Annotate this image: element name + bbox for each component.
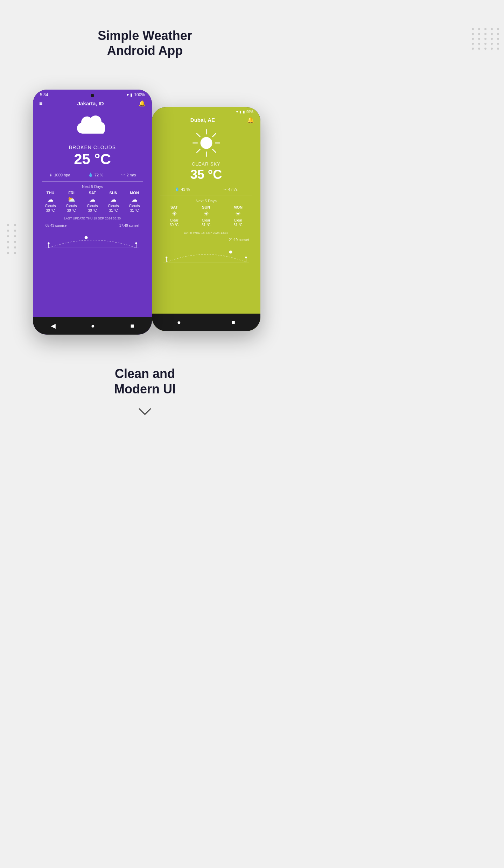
battery-percent-1: 100% xyxy=(134,92,145,97)
forecast2-day-sun: SUN xyxy=(202,205,210,209)
svg-point-17 xyxy=(166,257,167,258)
city-name-2: Dubai, AE xyxy=(190,117,215,123)
weather-temp-1: 25 °C xyxy=(74,151,111,168)
phone-1: 5:34 ▾ ▮ 100% ≡ Jakarta, ID 🔔 xyxy=(33,90,152,335)
droplet-icon-2: 💧 xyxy=(175,187,180,191)
divider-2 xyxy=(160,196,253,196)
forecast-temp-sun: 31 °C xyxy=(109,209,118,212)
sun-times-1: 05:43 sunrise 17:49 sunset xyxy=(42,222,143,254)
forecast-temp-fri: 30 °C xyxy=(67,209,76,212)
forecast-day-fri: FRI xyxy=(68,191,75,195)
forecast-temp-sat: 30 °C xyxy=(88,209,97,212)
forecast2-sun: SUN ☀ Clear 31 °C xyxy=(202,205,210,227)
next-days-label-1: Next 5 Days xyxy=(82,183,103,191)
forecast2-mon: MON ☀ Clear 31 °C xyxy=(233,205,243,227)
svg-point-6 xyxy=(200,137,212,149)
wind-value-1: 2 m/s xyxy=(126,173,136,177)
wind-icon-2: 〰 xyxy=(223,187,227,191)
forecast-day-sat: SAT xyxy=(89,191,96,195)
droplet-icon-1: 💧 xyxy=(88,173,93,177)
forecast-row-2: SAT ☀ Clear 30 °C SUN ☀ Clear 31 °C MON … xyxy=(155,205,258,230)
forecast2-temp-sat: 30 °C xyxy=(170,223,178,227)
chevron-down-icon[interactable] xyxy=(114,407,176,418)
svg-point-20 xyxy=(229,251,232,254)
forecast-temp-mon: 31 °C xyxy=(130,209,139,212)
forecast-day-thu: THU xyxy=(47,191,55,195)
forecast2-sat: SAT ☀ Clear 30 °C xyxy=(170,205,178,227)
svg-point-19 xyxy=(245,257,247,258)
top-nav-1: ≡ Jakarta, ID 🔔 xyxy=(33,99,152,110)
pressure-detail: 🌡 1009 hpa xyxy=(49,173,70,177)
page-title: Simple Weather Android App xyxy=(98,28,192,58)
forecast-temp-thu: 30 °C xyxy=(46,209,55,212)
bottom-nav-1: ◀ ● ■ xyxy=(33,317,152,335)
forecast2-icon-sun: ☀ xyxy=(203,210,209,218)
recent-button-1[interactable]: ■ xyxy=(130,322,134,330)
decorative-dots-mid-left xyxy=(7,224,18,254)
battery-percent-2: 99% xyxy=(246,110,253,114)
svg-point-2 xyxy=(48,243,49,244)
forecast-day-sun: SUN xyxy=(109,191,117,195)
wind-icon-1: 〰 xyxy=(121,173,125,177)
divider-1 xyxy=(42,181,143,182)
bottom-section: Clean and Modern UI xyxy=(107,359,183,425)
wind-detail-2: 〰 4 m/s xyxy=(223,187,238,191)
forecast-sun: SUN ☁ Clouds 31 °C xyxy=(108,191,119,212)
weather-details-2: 💧 43 % 〰 4 m/s xyxy=(155,184,258,194)
wind-value-2: 4 m/s xyxy=(228,187,238,191)
forecast-label-fri: Clouds xyxy=(66,204,77,208)
forecast-icon-sun: ☁ xyxy=(110,196,117,203)
sun-icon-2 xyxy=(191,128,221,159)
humidity-detail: 💧 72 % xyxy=(88,173,103,177)
weather-main-2: CLEAR SKY 35 °C 💧 43 % 〰 4 m/s Next 5 Da… xyxy=(152,126,260,268)
city-name-1: Jakarta, ID xyxy=(77,100,104,106)
forecast2-label-sun: Clear xyxy=(202,218,210,222)
sunset-time-1: 17:49 sunset xyxy=(119,224,139,227)
svg-line-14 xyxy=(197,149,200,153)
status-icons-2: ▾ ▮ ▮ 99% xyxy=(236,110,253,114)
notification-icon-2[interactable]: 🔔 xyxy=(247,117,254,123)
phone-2: ▾ ▮ ▮ 99% Dubai, AE 🔔 xyxy=(152,107,260,331)
wifi-icon-2: ▾ xyxy=(236,110,238,114)
hamburger-icon-1[interactable]: ≡ xyxy=(39,100,42,107)
forecast2-temp-sun: 31 °C xyxy=(202,223,210,227)
svg-point-4 xyxy=(135,243,137,244)
wifi-icon-1: ▾ xyxy=(127,92,129,97)
forecast2-icon-mon: ☀ xyxy=(235,210,241,218)
phones-container: 5:34 ▾ ▮ 100% ≡ Jakarta, ID 🔔 xyxy=(22,79,267,345)
forecast2-label-mon: Clear xyxy=(234,218,242,222)
last-update-1: LAST UPDATE THU 19 SEP 2024 05:30 xyxy=(64,215,121,222)
forecast-mon: MON ☁ Clouds 31 °C xyxy=(129,191,140,212)
battery-icon-1: ▮ xyxy=(130,92,133,97)
weather-condition-1: BROKEN CLOUDS xyxy=(69,145,116,150)
sun-arc-2 xyxy=(163,244,249,265)
home-button-2[interactable]: ● xyxy=(177,319,181,326)
forecast-label-thu: Clouds xyxy=(45,204,56,208)
weather-details-1: 🌡 1009 hpa 💧 72 % 〰 2 m/s xyxy=(36,170,148,180)
svg-line-12 xyxy=(212,149,216,153)
forecast2-label-sat: Clear xyxy=(170,218,178,222)
forecast-fri: FRI ⛅ Clouds 30 °C xyxy=(66,191,77,212)
forecast-label-sat: Clouds xyxy=(87,204,98,208)
forecast-day-mon: MON xyxy=(130,191,139,195)
back-button-1[interactable]: ◀ xyxy=(51,322,56,330)
camera-notch-1 xyxy=(91,94,94,97)
battery-icon-2: ▮ xyxy=(243,110,245,114)
home-button-1[interactable]: ● xyxy=(91,322,95,330)
forecast2-temp-mon: 31 °C xyxy=(234,223,243,227)
forecast-icon-mon: ☁ xyxy=(131,196,138,203)
next-days-label-2: Next 5 Days xyxy=(196,197,217,205)
humidity-value-2: 43 % xyxy=(181,187,190,191)
humidity-value-1: 72 % xyxy=(94,173,103,177)
forecast2-icon-sat: ☀ xyxy=(172,210,177,218)
recent-button-2[interactable]: ■ xyxy=(231,319,235,326)
forecast-icon-fri: ⛅ xyxy=(68,196,75,203)
forecast-label-mon: Clouds xyxy=(129,204,140,208)
notification-icon-1[interactable]: 🔔 xyxy=(139,100,146,107)
svg-line-13 xyxy=(212,134,216,137)
cloud-icon-1 xyxy=(73,113,112,142)
top-nav-2: Dubai, AE 🔔 xyxy=(152,115,260,126)
sun-arc-1 xyxy=(46,230,139,251)
sun-times-2: 21:19 sunset xyxy=(160,236,253,268)
status-icons-1: ▾ ▮ 100% xyxy=(127,92,145,97)
